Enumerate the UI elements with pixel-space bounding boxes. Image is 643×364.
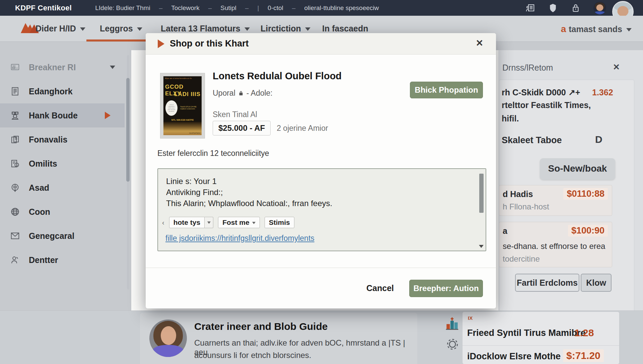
top-menu-item[interactable]: Toclework	[171, 4, 199, 12]
sidebar-scrollbar-thumb[interactable]	[126, 78, 130, 182]
cover-title: LADI IIIS	[174, 91, 201, 98]
top-menu-item[interactable]: Sutipl	[220, 4, 236, 12]
envelope-icon	[10, 231, 20, 241]
brain-icon	[10, 183, 20, 193]
play-arrow-icon	[105, 112, 111, 119]
app-window: KDPF Centikoel LIdele: Budier Thmi – Toc…	[0, 0, 643, 364]
sidebar-item-genegcaral[interactable]: Genegcaral	[0, 224, 131, 248]
right-panel-title: Drnss/lRetom	[502, 63, 553, 73]
lock-icon[interactable]	[571, 3, 581, 13]
editor-text[interactable]: Linie s: Your 1 Antiviking Find:; This A…	[166, 176, 332, 209]
fartil-erdcloms-button[interactable]: Fartil Erdcloms	[515, 274, 579, 292]
close-icon[interactable]: ✕	[476, 38, 483, 49]
cancel-button[interactable]: Cancel	[366, 283, 394, 293]
sidebar-item-fonavalis[interactable]: Fonavalis	[0, 127, 131, 152]
sidebar-item-edanghork[interactable]: Edanghork	[0, 79, 131, 103]
document-icon	[10, 86, 20, 96]
price-card: d Hadis $0110:88 h Fllona-host	[499, 185, 612, 216]
sidebar-item-asad[interactable]: Asad	[0, 176, 131, 200]
sidebar-item-dentter[interactable]: Dentter	[0, 248, 131, 272]
notebook-icon	[10, 134, 20, 145]
cover-top-text: Wjss asr d tvirw brxnidrs-on fo	[165, 77, 201, 80]
reading-list-icon[interactable]	[525, 3, 535, 13]
price-badge: $0110:88	[563, 188, 608, 200]
play-arrow-icon	[158, 39, 164, 48]
stats-card: IX Frieed Syntil Tirus Mamibre 1.28 iDoc…	[462, 311, 620, 364]
top-menu-item[interactable]: olieral-ttubline spesoeeciw	[304, 4, 379, 12]
sidebar-item-hank-boude[interactable]: Hank Boude	[0, 103, 125, 127]
stats-row-label: Frieed Syntil Tirus Mamibre	[467, 328, 586, 338]
close-icon[interactable]: ✕	[613, 62, 620, 72]
top-menu-item[interactable]: 0-ctol	[268, 4, 283, 12]
book-cover-thumbnail: Wjss asr d tvirw brxnidrs-on fo GCOD ELX…	[160, 73, 205, 139]
price-card-line: se-dhana. st effnorse to erea	[503, 242, 605, 251]
shop-modal: Shop or this Khart ✕ Wjss asr d tvirw br…	[146, 33, 496, 308]
stamp-machine-icon	[10, 110, 20, 120]
price-card: a $100:90 se-dhana. st effnorse to erea …	[499, 222, 612, 267]
stat-card-line: rtelttor Feastilk Times,	[502, 100, 591, 110]
top-menu-item[interactable]: LIdele: Budier Thmi	[95, 4, 150, 12]
menu-separator: –	[159, 4, 163, 12]
stat-card-value: 1.362	[592, 88, 613, 97]
nav-item-lirctiction[interactable]: Lirctiction	[261, 24, 310, 33]
price-card-subtitle: h Fllona-host	[503, 202, 549, 211]
guide-title: Crater ineer and Blob Guide	[194, 321, 328, 332]
stimis-button[interactable]: Stimis	[265, 217, 294, 228]
modal-title: Shop or this Khart	[170, 38, 249, 49]
sidebar-item-coon[interactable]: Coon	[0, 200, 131, 224]
sidebar-item-breakner[interactable]: Breakner RI	[0, 55, 131, 79]
avatar[interactable]	[593, 2, 606, 14]
chevron-down-icon	[252, 222, 256, 224]
chevron-down-icon	[110, 66, 115, 69]
lock-icon	[238, 90, 244, 96]
book-cover-art: Wjss asr d tvirw brxnidrs-on fo GCOD ELX…	[163, 76, 202, 135]
editor-chip-row: ‹ hote tys Fost me Stimis	[162, 217, 294, 228]
menu-separator: –	[208, 4, 212, 12]
so-new-boak-button[interactable]: So-New/boak	[540, 158, 615, 180]
nav-item-leggros[interactable]: Leggros	[100, 24, 142, 33]
scroll-down-arrow[interactable]	[479, 244, 484, 249]
stat-card-line: hifil.	[502, 114, 519, 123]
person-icon	[10, 255, 20, 265]
nav-item-in-fascaedn[interactable]: In fascaedn	[322, 24, 368, 33]
account-menu[interactable]: atamast sands	[561, 24, 632, 34]
price-row: $25.000 - AF 2 ojerine Amior	[213, 121, 328, 135]
account-logo: a	[561, 24, 566, 34]
editor-link[interactable]: fille jsdoriikims://hritinfgsllgrit.dive…	[165, 234, 314, 243]
author-avatar	[149, 320, 187, 357]
price-badge: $100:90	[568, 225, 608, 237]
modal-footer: Cancel Breepher: Aution	[146, 268, 496, 308]
breepher-aution-button[interactable]: Breepher: Aution	[409, 280, 483, 297]
menu-separator: –	[245, 4, 249, 12]
chevron-down-icon	[137, 27, 142, 31]
price-card-title: a	[503, 226, 507, 236]
book-status: Sken Tinal Al	[213, 110, 257, 119]
royalty-text: 2 ojerine Amior	[277, 124, 328, 133]
gear-icon[interactable]	[446, 338, 459, 351]
bhick-phopation-button[interactable]: Bhick Phopation	[410, 82, 483, 98]
sidebar-item-omilits[interactable]: Omilits	[0, 152, 131, 176]
klow-button[interactable]: Klow	[581, 274, 612, 292]
book-subtitle-post: - Adole:	[246, 89, 273, 98]
cover-side-text: TbdVS DTLN CHYRE madlcmr ondrcrsrtm	[180, 106, 200, 110]
bottom-band: Crater ineer and Blob Guide Cuarnerts an…	[0, 310, 643, 364]
id-card-icon	[10, 62, 20, 72]
hote-tys-dropdown[interactable]: hote tys	[169, 217, 214, 228]
menu-separator: –	[292, 4, 296, 12]
nav-item-dider[interactable]: Dider H/ID	[35, 24, 85, 33]
guide-text-line: acounsurs li for etnch blorscines.	[194, 351, 311, 360]
fost-me-dropdown[interactable]: Fost me	[218, 217, 260, 228]
nav-item-latera[interactable]: Latera 13 Flamoturs	[161, 24, 250, 33]
book-title: Lonets Redulal Oubel Flood	[213, 71, 342, 82]
price-box: $25.000 - AF	[213, 121, 271, 135]
description-editor[interactable]: Linie s: Your 1 Antiviking Find:; This A…	[157, 168, 486, 251]
chevron-down-icon[interactable]	[205, 217, 213, 228]
guide-card: Crater ineer and Blob Guide Cuarnerts an…	[140, 313, 417, 364]
cover-footer-text: HLNTSATSOV	[189, 132, 200, 134]
divider	[462, 345, 619, 346]
stat-card-value: D	[595, 134, 602, 145]
editor-scrollbar-thumb[interactable]	[479, 174, 484, 213]
shield-icon[interactable]	[548, 3, 558, 13]
stats-row-value: 1.28	[574, 327, 594, 339]
price-card-title: d Hadis	[503, 189, 533, 199]
